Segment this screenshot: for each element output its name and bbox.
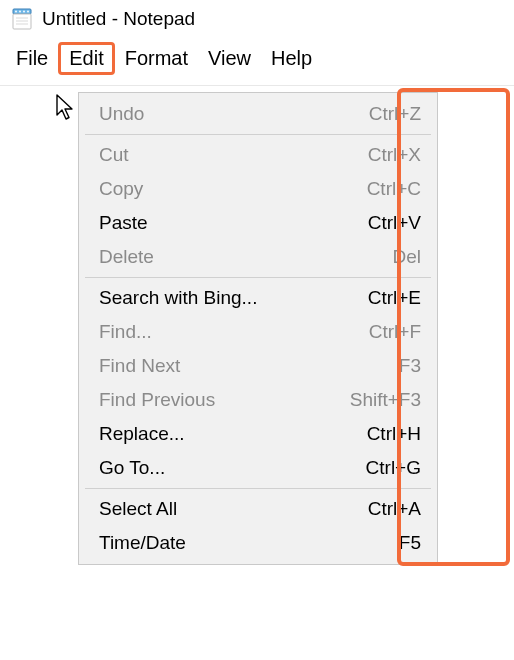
menu-item-label: Find Next bbox=[99, 355, 180, 377]
menu-item-delete[interactable]: Delete Del bbox=[81, 240, 435, 274]
menu-item-label: Undo bbox=[99, 103, 144, 125]
window-title: Untitled - Notepad bbox=[42, 8, 195, 30]
menu-edit[interactable]: Edit bbox=[58, 42, 114, 75]
menubar: File Edit Format View Help bbox=[0, 36, 514, 83]
menu-item-shortcut: Ctrl+Z bbox=[369, 103, 421, 125]
menu-view-label: View bbox=[208, 47, 251, 69]
menu-item-label: Find Previous bbox=[99, 389, 215, 411]
menu-item-label: Cut bbox=[99, 144, 129, 166]
menu-item-shortcut: Ctrl+E bbox=[368, 287, 421, 309]
menu-item-find[interactable]: Find... Ctrl+F bbox=[81, 315, 435, 349]
edit-dropdown: Undo Ctrl+Z Cut Ctrl+X Copy Ctrl+C Paste… bbox=[78, 92, 438, 565]
dropdown-separator bbox=[85, 134, 431, 135]
menu-item-shortcut: Ctrl+C bbox=[367, 178, 421, 200]
menu-item-find-previous[interactable]: Find Previous Shift+F3 bbox=[81, 383, 435, 417]
menu-item-label: Time/Date bbox=[99, 532, 186, 554]
svg-point-4 bbox=[27, 11, 29, 13]
menu-file[interactable]: File bbox=[6, 43, 58, 74]
menubar-divider bbox=[0, 85, 514, 86]
menu-item-copy[interactable]: Copy Ctrl+C bbox=[81, 172, 435, 206]
menu-item-label: Go To... bbox=[99, 457, 165, 479]
menu-item-shortcut: F5 bbox=[399, 532, 421, 554]
dropdown-separator bbox=[85, 277, 431, 278]
cursor-icon bbox=[55, 93, 77, 121]
menu-format[interactable]: Format bbox=[115, 43, 198, 74]
menu-help-label: Help bbox=[271, 47, 312, 69]
menu-edit-label: Edit bbox=[69, 47, 103, 69]
menu-item-shortcut: Ctrl+A bbox=[368, 498, 421, 520]
menu-item-select-all[interactable]: Select All Ctrl+A bbox=[81, 492, 435, 526]
menu-item-label: Replace... bbox=[99, 423, 185, 445]
menu-item-shortcut: Ctrl+G bbox=[366, 457, 421, 479]
svg-point-3 bbox=[23, 11, 25, 13]
menu-item-shortcut: F3 bbox=[399, 355, 421, 377]
menu-item-shortcut: Ctrl+H bbox=[367, 423, 421, 445]
menu-item-shortcut: Shift+F3 bbox=[350, 389, 421, 411]
notepad-icon bbox=[10, 7, 34, 31]
menu-item-shortcut: Ctrl+X bbox=[368, 144, 421, 166]
menu-item-shortcut: Del bbox=[392, 246, 421, 268]
menu-view[interactable]: View bbox=[198, 43, 261, 74]
menu-item-label: Search with Bing... bbox=[99, 287, 257, 309]
titlebar: Untitled - Notepad bbox=[0, 0, 514, 36]
menu-item-cut[interactable]: Cut Ctrl+X bbox=[81, 138, 435, 172]
menu-item-find-next[interactable]: Find Next F3 bbox=[81, 349, 435, 383]
svg-point-2 bbox=[19, 11, 21, 13]
svg-point-1 bbox=[15, 11, 17, 13]
menu-help[interactable]: Help bbox=[261, 43, 322, 74]
dropdown-separator bbox=[85, 488, 431, 489]
menu-item-shortcut: Ctrl+F bbox=[369, 321, 421, 343]
menu-item-label: Select All bbox=[99, 498, 177, 520]
menu-item-time-date[interactable]: Time/Date F5 bbox=[81, 526, 435, 560]
menu-item-undo[interactable]: Undo Ctrl+Z bbox=[81, 97, 435, 131]
menu-item-label: Copy bbox=[99, 178, 143, 200]
menu-item-label: Delete bbox=[99, 246, 154, 268]
menu-item-replace[interactable]: Replace... Ctrl+H bbox=[81, 417, 435, 451]
menu-file-label: File bbox=[16, 47, 48, 69]
menu-item-shortcut: Ctrl+V bbox=[368, 212, 421, 234]
menu-item-paste[interactable]: Paste Ctrl+V bbox=[81, 206, 435, 240]
menu-item-label: Find... bbox=[99, 321, 152, 343]
menu-format-label: Format bbox=[125, 47, 188, 69]
menu-item-search-bing[interactable]: Search with Bing... Ctrl+E bbox=[81, 281, 435, 315]
menu-item-label: Paste bbox=[99, 212, 148, 234]
menu-item-goto[interactable]: Go To... Ctrl+G bbox=[81, 451, 435, 485]
